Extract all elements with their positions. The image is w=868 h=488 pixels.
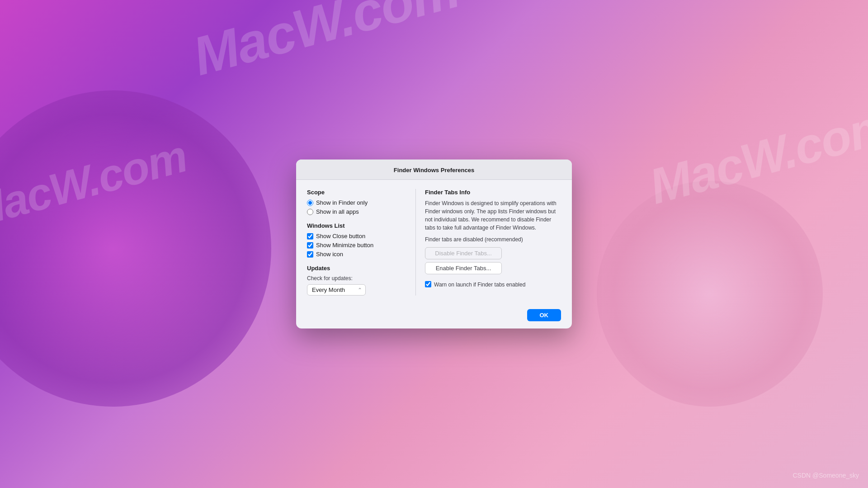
chk-minimize[interactable] [307,242,313,249]
check-for-updates-label: Check for updates: [307,275,406,282]
chk-icon-item[interactable]: Show icon [307,251,406,258]
dialog-title-bar: Finder Windows Preferences [296,160,572,180]
warn-checkbox-row: Warn on launch if Finder tabs enabled [425,281,561,289]
warn-tabs-checkbox[interactable] [425,281,431,287]
finder-tabs-status: Finder tabs are disabled (recommended) [425,236,561,243]
scope-all-label: Show in all apps [316,208,359,215]
enable-finder-tabs-button[interactable]: Enable Finder Tabs... [425,262,502,274]
scope-all-radio[interactable] [307,209,313,215]
windows-list-section-title: Windows List [307,222,406,229]
preferences-dialog: Finder Windows Preferences Scope Show in… [296,160,572,328]
disable-finder-tabs-button[interactable]: Disable Finder Tabs... [425,247,502,259]
updates-section: Updates Check for updates: Every Day Eve… [307,265,406,296]
chk-icon[interactable] [307,251,313,258]
chk-icon-label: Show icon [316,251,343,258]
chk-close-label: Show Close button [316,233,365,239]
dialog-title: Finder Windows Preferences [394,167,474,174]
updates-select-wrapper: Every Day Every Week Every Month Never ⌃ [307,284,366,296]
updates-section-title: Updates [307,265,406,272]
scope-section-title: Scope [307,189,406,196]
finder-tabs-btn-group: Disable Finder Tabs... Enable Finder Tab… [425,247,561,274]
finder-tabs-desc: Finder Windows is designed to simplify o… [425,199,561,232]
chk-close[interactable] [307,233,313,239]
dialog-body: Scope Show in Finder only Show in all ap… [296,180,572,305]
scope-all-radio-item[interactable]: Show in all apps [307,208,406,215]
dialog-overlay: Finder Windows Preferences Scope Show in… [0,0,868,488]
dialog-footer: OK [296,305,572,328]
chk-close-item[interactable]: Show Close button [307,233,406,239]
scope-finder-radio[interactable] [307,200,313,206]
windows-list-checkbox-group: Show Close button Show Minimize button S… [307,233,406,258]
finder-tabs-title: Finder Tabs Info [425,189,561,196]
chk-minimize-label: Show Minimize button [316,242,373,249]
right-panel: Finder Tabs Info Finder Windows is desig… [415,189,561,296]
chk-minimize-item[interactable]: Show Minimize button [307,242,406,249]
scope-finder-label: Show in Finder only [316,199,368,206]
scope-finder-radio-item[interactable]: Show in Finder only [307,199,406,206]
warn-tabs-label[interactable]: Warn on launch if Finder tabs enabled [434,281,525,289]
ok-button[interactable]: OK [527,309,561,321]
scope-radio-group: Show in Finder only Show in all apps [307,199,406,215]
left-panel: Scope Show in Finder only Show in all ap… [307,189,406,296]
updates-frequency-select[interactable]: Every Day Every Week Every Month Never [307,284,366,296]
